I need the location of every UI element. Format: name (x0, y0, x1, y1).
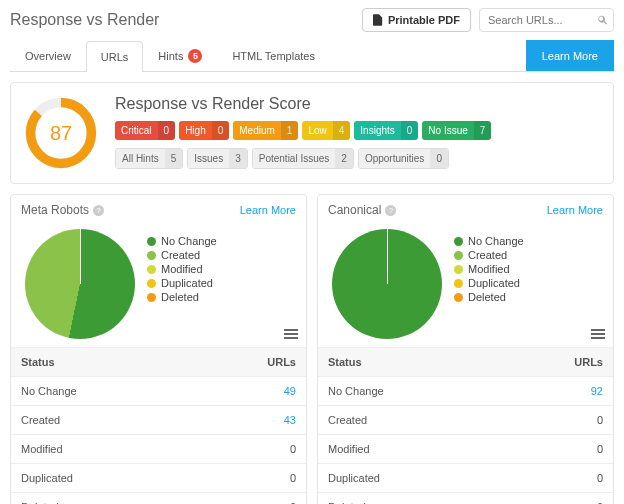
severity-medium[interactable]: Medium1 (233, 121, 298, 140)
pdf-button-label: Printable PDF (388, 14, 460, 26)
col-urls: URLs (497, 348, 613, 377)
legend-item: No Change (147, 235, 217, 247)
legend-item: Modified (147, 263, 217, 275)
meta-robots-table: Status URLs No Change49Created43Modified… (11, 347, 306, 504)
col-urls: URLs (190, 348, 306, 377)
col-status: Status (11, 348, 190, 377)
severity-critical[interactable]: Critical0 (115, 121, 175, 140)
url-count[interactable]: 43 (190, 406, 306, 435)
table-row: Modified0 (318, 435, 613, 464)
learn-more-button[interactable]: Learn More (526, 40, 614, 71)
help-icon[interactable]: ? (93, 205, 104, 216)
meta-robots-title: Meta Robots (21, 203, 89, 217)
severity-insights[interactable]: Insights0 (354, 121, 418, 140)
search-icon (597, 15, 608, 26)
table-row: Duplicated0 (318, 464, 613, 493)
legend-item: Duplicated (454, 277, 524, 289)
legend-item: Deleted (147, 291, 217, 303)
url-count: 0 (497, 435, 613, 464)
legend-item: Modified (454, 263, 524, 275)
hints-badge: 5 (188, 49, 202, 63)
severity-low[interactable]: Low4 (302, 121, 350, 140)
score-title: Response vs Render Score (115, 95, 601, 113)
severity-high[interactable]: High0 (179, 121, 229, 140)
legend-item: Created (147, 249, 217, 261)
meta-robots-pie (25, 229, 135, 339)
legend-item: Duplicated (147, 277, 217, 289)
filter-potential-issues[interactable]: Potential Issues2 (252, 148, 354, 169)
table-row: Created43 (11, 406, 306, 435)
url-count: 0 (497, 493, 613, 505)
canonical-table: Status URLs No Change92Created0Modified0… (318, 347, 613, 504)
learn-more-link[interactable]: Learn More (547, 204, 603, 216)
search-input[interactable] (479, 8, 614, 32)
table-row: Deleted0 (11, 493, 306, 505)
printable-pdf-button[interactable]: Printable PDF (362, 8, 471, 32)
canonical-title: Canonical (328, 203, 381, 217)
table-row: Duplicated0 (11, 464, 306, 493)
canonical-pie (332, 229, 442, 339)
url-count[interactable]: 92 (497, 377, 613, 406)
tab-hints[interactable]: Hints 5 (143, 40, 217, 71)
filter-all-hints[interactable]: All Hints5 (115, 148, 183, 169)
severity-noissue[interactable]: No Issue7 (422, 121, 491, 140)
tabs: Overview URLs Hints 5 HTML Templates Lea… (10, 40, 614, 72)
url-count: 0 (497, 406, 613, 435)
page-title: Response vs Render (10, 11, 159, 29)
score-panel: 87 Response vs Render Score Critical0Hig… (10, 82, 614, 184)
chart-menu-icon[interactable] (591, 327, 605, 341)
chart-menu-icon[interactable] (284, 327, 298, 341)
col-status: Status (318, 348, 497, 377)
file-icon (373, 14, 383, 26)
score-value: 87 (23, 95, 99, 171)
tab-overview[interactable]: Overview (10, 40, 86, 71)
tab-urls[interactable]: URLs (86, 41, 144, 72)
table-row: Modified0 (11, 435, 306, 464)
learn-more-link[interactable]: Learn More (240, 204, 296, 216)
legend-item: Deleted (454, 291, 524, 303)
score-ring: 87 (23, 95, 99, 171)
legend-item: No Change (454, 235, 524, 247)
url-count: 0 (190, 493, 306, 505)
url-count: 0 (190, 464, 306, 493)
meta-robots-card: Meta Robots ? Learn More No ChangeCreate… (10, 194, 307, 504)
help-icon[interactable]: ? (385, 205, 396, 216)
tab-html-templates[interactable]: HTML Templates (217, 40, 330, 71)
table-row: Created0 (318, 406, 613, 435)
url-count[interactable]: 49 (190, 377, 306, 406)
url-count: 0 (190, 435, 306, 464)
table-row: No Change92 (318, 377, 613, 406)
table-row: Deleted0 (318, 493, 613, 505)
filter-issues[interactable]: Issues3 (187, 148, 247, 169)
canonical-card: Canonical ? Learn More No ChangeCreatedM… (317, 194, 614, 504)
filter-opportunities[interactable]: Opportunities0 (358, 148, 449, 169)
table-row: No Change49 (11, 377, 306, 406)
url-count: 0 (497, 464, 613, 493)
legend-item: Created (454, 249, 524, 261)
